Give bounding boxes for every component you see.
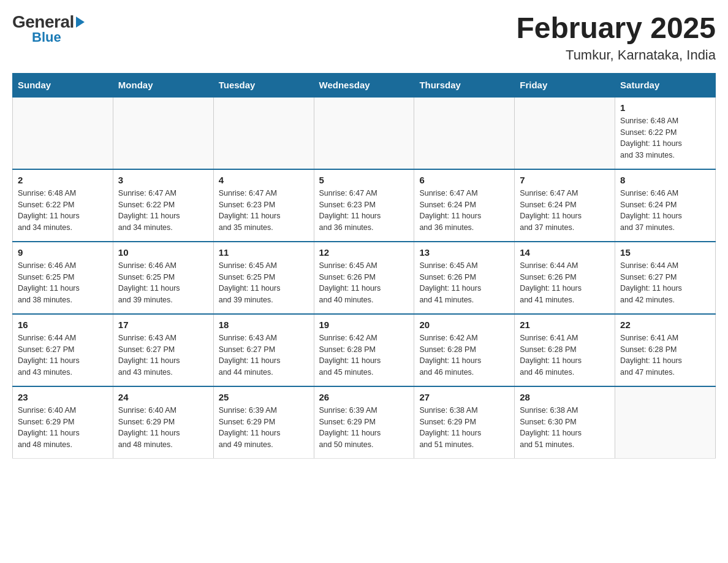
day-number: 21 bbox=[520, 320, 610, 330]
page-header: General Blue February 2025 Tumkur, Karna… bbox=[12, 12, 716, 63]
calendar-cell: 4Sunrise: 6:47 AMSunset: 6:23 PMDaylight… bbox=[213, 169, 314, 242]
day-info: Sunrise: 6:45 AMSunset: 6:25 PMDaylight:… bbox=[219, 260, 309, 306]
weekday-header-saturday: Saturday bbox=[615, 73, 716, 97]
day-info: Sunrise: 6:44 AMSunset: 6:27 PMDaylight:… bbox=[620, 260, 710, 306]
day-info: Sunrise: 6:47 AMSunset: 6:23 PMDaylight:… bbox=[219, 188, 309, 234]
day-info: Sunrise: 6:48 AMSunset: 6:22 PMDaylight:… bbox=[620, 115, 710, 161]
calendar-cell: 6Sunrise: 6:47 AMSunset: 6:24 PMDaylight… bbox=[414, 169, 515, 242]
calendar-table: SundayMondayTuesdayWednesdayThursdayFrid… bbox=[12, 73, 716, 459]
calendar-cell: 9Sunrise: 6:46 AMSunset: 6:25 PMDaylight… bbox=[13, 242, 113, 314]
day-number: 17 bbox=[118, 320, 208, 330]
day-info: Sunrise: 6:39 AMSunset: 6:29 PMDaylight:… bbox=[219, 405, 309, 451]
day-number: 27 bbox=[419, 392, 509, 402]
calendar-cell: 15Sunrise: 6:44 AMSunset: 6:27 PMDayligh… bbox=[615, 242, 716, 314]
calendar-cell: 3Sunrise: 6:47 AMSunset: 6:22 PMDaylight… bbox=[113, 169, 213, 242]
day-info: Sunrise: 6:46 AMSunset: 6:24 PMDaylight:… bbox=[620, 188, 710, 234]
day-number: 9 bbox=[18, 247, 108, 258]
day-number: 23 bbox=[18, 392, 108, 402]
calendar-cell bbox=[414, 97, 515, 169]
day-info: Sunrise: 6:48 AMSunset: 6:22 PMDaylight:… bbox=[18, 188, 108, 234]
day-info: Sunrise: 6:43 AMSunset: 6:27 PMDaylight:… bbox=[118, 332, 208, 378]
calendar-cell: 20Sunrise: 6:42 AMSunset: 6:28 PMDayligh… bbox=[414, 314, 515, 386]
day-number: 7 bbox=[520, 175, 610, 185]
day-info: Sunrise: 6:46 AMSunset: 6:25 PMDaylight:… bbox=[18, 260, 108, 306]
day-number: 19 bbox=[319, 320, 409, 330]
day-number: 8 bbox=[620, 175, 710, 185]
calendar-cell: 18Sunrise: 6:43 AMSunset: 6:27 PMDayligh… bbox=[213, 314, 314, 386]
calendar-cell bbox=[615, 386, 716, 459]
weekday-header-friday: Friday bbox=[515, 73, 615, 97]
day-number: 24 bbox=[118, 392, 208, 402]
day-number: 10 bbox=[118, 247, 208, 258]
day-number: 12 bbox=[319, 247, 409, 258]
calendar-cell: 2Sunrise: 6:48 AMSunset: 6:22 PMDaylight… bbox=[13, 169, 113, 242]
day-number: 4 bbox=[219, 175, 309, 185]
day-number: 16 bbox=[18, 320, 108, 330]
day-number: 15 bbox=[620, 247, 710, 258]
day-number: 6 bbox=[419, 175, 509, 185]
day-number: 28 bbox=[520, 392, 610, 402]
calendar-week-row: 16Sunrise: 6:44 AMSunset: 6:27 PMDayligh… bbox=[13, 314, 716, 386]
logo: General Blue bbox=[12, 12, 85, 45]
day-info: Sunrise: 6:40 AMSunset: 6:29 PMDaylight:… bbox=[118, 405, 208, 451]
day-info: Sunrise: 6:47 AMSunset: 6:24 PMDaylight:… bbox=[520, 188, 610, 234]
weekday-header-tuesday: Tuesday bbox=[213, 73, 314, 97]
calendar-cell bbox=[113, 97, 213, 169]
calendar-week-row: 23Sunrise: 6:40 AMSunset: 6:29 PMDayligh… bbox=[13, 386, 716, 459]
weekday-header-row: SundayMondayTuesdayWednesdayThursdayFrid… bbox=[13, 73, 716, 97]
day-number: 18 bbox=[219, 320, 309, 330]
day-number: 22 bbox=[620, 320, 710, 330]
weekday-header-wednesday: Wednesday bbox=[314, 73, 414, 97]
calendar-cell: 10Sunrise: 6:46 AMSunset: 6:25 PMDayligh… bbox=[113, 242, 213, 314]
weekday-header-monday: Monday bbox=[113, 73, 213, 97]
calendar-week-row: 9Sunrise: 6:46 AMSunset: 6:25 PMDaylight… bbox=[13, 242, 716, 314]
calendar-cell: 26Sunrise: 6:39 AMSunset: 6:29 PMDayligh… bbox=[314, 386, 414, 459]
day-info: Sunrise: 6:47 AMSunset: 6:22 PMDaylight:… bbox=[118, 188, 208, 234]
day-info: Sunrise: 6:47 AMSunset: 6:24 PMDaylight:… bbox=[419, 188, 509, 234]
calendar-cell bbox=[515, 97, 615, 169]
day-info: Sunrise: 6:45 AMSunset: 6:26 PMDaylight:… bbox=[319, 260, 409, 306]
day-info: Sunrise: 6:42 AMSunset: 6:28 PMDaylight:… bbox=[319, 332, 409, 378]
day-info: Sunrise: 6:46 AMSunset: 6:25 PMDaylight:… bbox=[118, 260, 208, 306]
calendar-cell: 27Sunrise: 6:38 AMSunset: 6:29 PMDayligh… bbox=[414, 386, 515, 459]
calendar-cell: 14Sunrise: 6:44 AMSunset: 6:26 PMDayligh… bbox=[515, 242, 615, 314]
calendar-cell: 17Sunrise: 6:43 AMSunset: 6:27 PMDayligh… bbox=[113, 314, 213, 386]
calendar-cell: 23Sunrise: 6:40 AMSunset: 6:29 PMDayligh… bbox=[13, 386, 113, 459]
day-number: 5 bbox=[319, 175, 409, 185]
day-info: Sunrise: 6:42 AMSunset: 6:28 PMDaylight:… bbox=[419, 332, 509, 378]
day-info: Sunrise: 6:43 AMSunset: 6:27 PMDaylight:… bbox=[219, 332, 309, 378]
day-number: 20 bbox=[419, 320, 509, 330]
day-number: 2 bbox=[18, 175, 108, 185]
day-info: Sunrise: 6:38 AMSunset: 6:30 PMDaylight:… bbox=[520, 405, 610, 451]
calendar-cell: 13Sunrise: 6:45 AMSunset: 6:26 PMDayligh… bbox=[414, 242, 515, 314]
calendar-cell: 21Sunrise: 6:41 AMSunset: 6:28 PMDayligh… bbox=[515, 314, 615, 386]
calendar-cell: 25Sunrise: 6:39 AMSunset: 6:29 PMDayligh… bbox=[213, 386, 314, 459]
day-number: 26 bbox=[319, 392, 409, 402]
calendar-subtitle: Tumkur, Karnataka, India bbox=[516, 47, 716, 63]
weekday-header-thursday: Thursday bbox=[414, 73, 515, 97]
calendar-cell: 22Sunrise: 6:41 AMSunset: 6:28 PMDayligh… bbox=[615, 314, 716, 386]
calendar-cell: 7Sunrise: 6:47 AMSunset: 6:24 PMDaylight… bbox=[515, 169, 615, 242]
calendar-cell: 28Sunrise: 6:38 AMSunset: 6:30 PMDayligh… bbox=[515, 386, 615, 459]
day-info: Sunrise: 6:45 AMSunset: 6:26 PMDaylight:… bbox=[419, 260, 509, 306]
calendar-cell: 16Sunrise: 6:44 AMSunset: 6:27 PMDayligh… bbox=[13, 314, 113, 386]
day-number: 3 bbox=[118, 175, 208, 185]
calendar-cell: 8Sunrise: 6:46 AMSunset: 6:24 PMDaylight… bbox=[615, 169, 716, 242]
calendar-cell: 11Sunrise: 6:45 AMSunset: 6:25 PMDayligh… bbox=[213, 242, 314, 314]
calendar-cell: 24Sunrise: 6:40 AMSunset: 6:29 PMDayligh… bbox=[113, 386, 213, 459]
calendar-week-row: 2Sunrise: 6:48 AMSunset: 6:22 PMDaylight… bbox=[13, 169, 716, 242]
day-info: Sunrise: 6:44 AMSunset: 6:27 PMDaylight:… bbox=[18, 332, 108, 378]
day-info: Sunrise: 6:41 AMSunset: 6:28 PMDaylight:… bbox=[620, 332, 710, 378]
calendar-cell: 12Sunrise: 6:45 AMSunset: 6:26 PMDayligh… bbox=[314, 242, 414, 314]
calendar-cell: 5Sunrise: 6:47 AMSunset: 6:23 PMDaylight… bbox=[314, 169, 414, 242]
weekday-header-sunday: Sunday bbox=[13, 73, 113, 97]
day-number: 14 bbox=[520, 247, 610, 258]
logo-blue-text: Blue bbox=[32, 29, 61, 45]
day-number: 25 bbox=[219, 392, 309, 402]
day-info: Sunrise: 6:44 AMSunset: 6:26 PMDaylight:… bbox=[520, 260, 610, 306]
logo-arrow-icon bbox=[76, 17, 85, 28]
day-info: Sunrise: 6:39 AMSunset: 6:29 PMDaylight:… bbox=[319, 405, 409, 451]
title-block: February 2025 Tumkur, Karnataka, India bbox=[516, 12, 716, 63]
calendar-title: February 2025 bbox=[516, 12, 716, 45]
calendar-cell bbox=[213, 97, 314, 169]
